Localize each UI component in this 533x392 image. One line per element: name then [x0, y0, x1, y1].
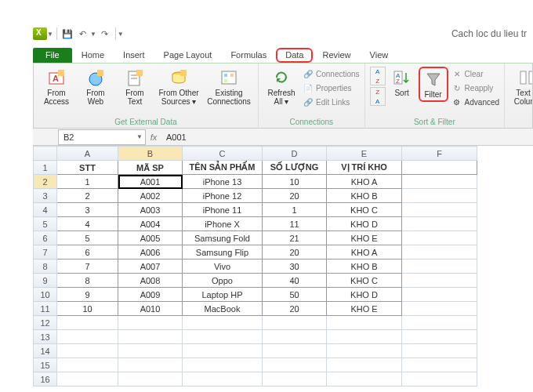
cell[interactable]: KHO E [327, 302, 402, 316]
fx-icon[interactable]: fx [146, 132, 161, 142]
col-header-e[interactable]: E [327, 147, 402, 161]
cell[interactable]: 6 [57, 245, 118, 260]
undo-icon[interactable]: ↶ [76, 27, 90, 41]
row-header[interactable]: 12 [34, 316, 57, 330]
cell[interactable]: 8 [57, 274, 118, 288]
cell[interactable] [57, 316, 118, 330]
cell[interactable]: KHO A [327, 175, 402, 189]
tab-file[interactable]: File [33, 48, 72, 63]
cell[interactable]: A002 [118, 189, 183, 203]
sort-az-button[interactable]: AZ [370, 67, 386, 85]
cell[interactable]: A003 [118, 203, 183, 217]
cell[interactable] [57, 344, 118, 358]
col-header-a[interactable]: A [57, 147, 118, 161]
cell[interactable]: 50 [263, 288, 327, 302]
tab-data[interactable]: Data [276, 48, 313, 63]
cell[interactable]: 9 [57, 288, 118, 302]
cell[interactable] [402, 217, 477, 231]
cell[interactable] [327, 372, 402, 387]
cell[interactable]: A001 [118, 175, 183, 189]
cell[interactable] [263, 372, 327, 387]
cell[interactable] [118, 316, 183, 330]
cell[interactable]: 11 [263, 217, 327, 231]
cell[interactable]: KHO C [327, 274, 402, 288]
col-header-c[interactable]: C [183, 147, 263, 161]
qat-customize-icon[interactable]: ▼ [118, 31, 124, 38]
existing-connections-button[interactable]: Existing Connections [205, 67, 253, 106]
from-web-button[interactable]: From Web [78, 67, 114, 106]
cell[interactable] [118, 330, 183, 344]
cell[interactable] [183, 344, 263, 358]
cell[interactable]: STT [57, 161, 118, 175]
from-other-sources-button[interactable]: From Other Sources ▾ [156, 67, 201, 106]
cell[interactable] [263, 358, 327, 372]
cell[interactable]: A008 [118, 274, 183, 288]
cell[interactable]: 2 [57, 189, 118, 203]
redo-icon[interactable]: ↷ [98, 27, 112, 41]
sort-button[interactable]: AZ Sort [389, 67, 415, 97]
cell[interactable] [57, 358, 118, 372]
spreadsheet-grid[interactable]: A B C D E F 1 STT MÃ SP TÊN SẢN PHẨM SỐ … [33, 146, 533, 387]
cell[interactable] [402, 302, 477, 316]
qat-dropdown-icon[interactable]: ▼ [47, 31, 53, 38]
cell[interactable] [263, 344, 327, 358]
cell[interactable]: KHO D [327, 288, 402, 302]
sort-za-button[interactable]: ZA [370, 87, 386, 106]
cell[interactable] [402, 274, 477, 288]
row-header[interactable]: 4 [34, 203, 57, 217]
cell[interactable] [327, 316, 402, 330]
cell[interactable] [57, 372, 118, 387]
row-header[interactable]: 11 [34, 302, 57, 316]
undo-dropdown-icon[interactable]: ▼ [90, 31, 96, 38]
cell[interactable] [118, 358, 183, 372]
row-header[interactable]: 3 [34, 189, 57, 203]
cell[interactable] [183, 316, 263, 330]
cell[interactable]: A009 [118, 288, 183, 302]
cell[interactable]: KHO A [327, 245, 402, 260]
cell[interactable] [402, 203, 477, 217]
cell[interactable]: 10 [57, 302, 118, 316]
cell[interactable] [402, 316, 477, 330]
row-header[interactable]: 7 [34, 245, 57, 260]
cell[interactable]: iPhone 12 [183, 189, 263, 203]
row-header[interactable]: 1 [34, 161, 57, 175]
cell[interactable] [402, 288, 477, 302]
cell[interactable] [402, 245, 477, 260]
cell[interactable]: KHO E [327, 231, 402, 245]
cell[interactable] [327, 330, 402, 344]
cell[interactable]: 20 [263, 302, 327, 316]
cell[interactable] [402, 189, 477, 203]
cell[interactable] [402, 161, 477, 175]
cell[interactable]: 20 [263, 245, 327, 260]
tab-formulas[interactable]: Formulas [221, 48, 276, 63]
cell[interactable] [402, 260, 477, 274]
name-box-dropdown-icon[interactable]: ▼ [136, 133, 143, 140]
cell[interactable] [118, 372, 183, 387]
cell[interactable] [263, 316, 327, 330]
cell[interactable]: Vivo [183, 260, 263, 274]
cell[interactable] [263, 330, 327, 344]
name-box[interactable]: B2 ▼ [58, 129, 146, 145]
advanced-button[interactable]: ⚙Advanced [451, 95, 499, 109]
cell[interactable]: A005 [118, 231, 183, 245]
tab-review[interactable]: Review [313, 48, 360, 63]
cell[interactable]: Samsung Fold [183, 231, 263, 245]
connections-button[interactable]: 🔗Connections [303, 67, 360, 81]
cell[interactable]: iPhone 13 [183, 175, 263, 189]
cell[interactable]: SỐ LƯỢNG [263, 161, 327, 175]
cell[interactable]: Oppo [183, 274, 263, 288]
reapply-button[interactable]: ↻Reapply [451, 81, 499, 95]
row-header[interactable]: 16 [34, 372, 57, 387]
cell[interactable] [118, 344, 183, 358]
cell[interactable] [183, 358, 263, 372]
cell[interactable]: 10 [263, 175, 327, 189]
row-header[interactable]: 9 [34, 274, 57, 288]
cell[interactable]: A006 [118, 245, 183, 260]
cell[interactable]: 4 [57, 217, 118, 231]
cell[interactable]: 21 [263, 231, 327, 245]
cell[interactable]: iPhone 11 [183, 203, 263, 217]
row-header[interactable]: 14 [34, 344, 57, 358]
cell[interactable]: KHO B [327, 189, 402, 203]
cell[interactable]: A010 [118, 302, 183, 316]
formula-input[interactable]: A001 [161, 132, 533, 142]
